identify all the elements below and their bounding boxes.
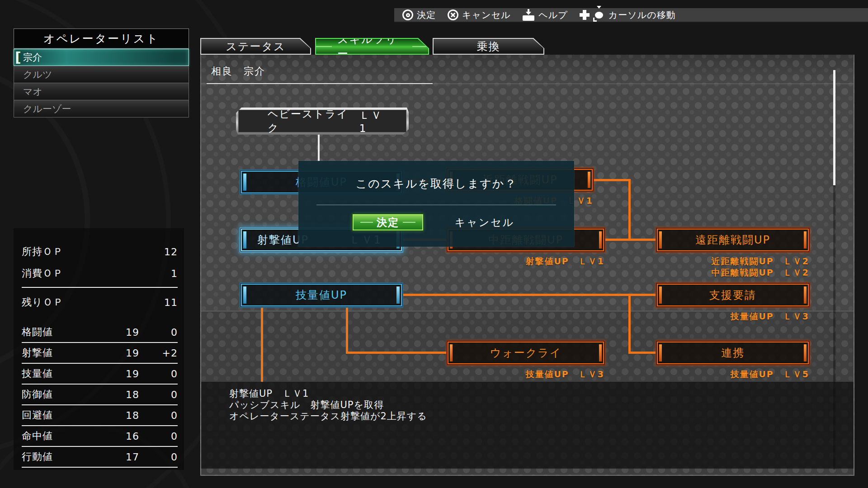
stat-bonus: 0 [139, 389, 178, 400]
op-label: 消費ＯＰ [22, 267, 63, 280]
cancel-button[interactable]: キャンセル [449, 214, 520, 230]
op-row-owned: 所持ＯＰ 12 [22, 241, 178, 263]
stat-label: 命中値 [22, 429, 108, 443]
stat-label: 防御値 [22, 388, 108, 401]
skill-node-label: 支援要請 [709, 288, 756, 302]
description-line: オペレーターステータス射撃値が2上昇する [229, 411, 844, 422]
stat-bonus: 0 [139, 431, 178, 442]
skill-node-cooperation[interactable]: 連携 技量値UP ＬＶ5 [656, 340, 810, 366]
selection-cursor: [ [15, 50, 21, 65]
op-separator [22, 287, 178, 288]
connector [605, 239, 656, 241]
stat-row-evasion: 回避値 18 0 [22, 405, 178, 426]
operator-full-name: 相良 宗介 [211, 65, 265, 78]
stat-bonus: 0 [139, 368, 178, 380]
hint-confirm: 決定 [402, 9, 436, 21]
stat-value: 19 [108, 327, 139, 338]
cross-button-icon [448, 9, 458, 20]
stat-value: 17 [108, 451, 139, 463]
skill-node-heavy-strike[interactable]: ヘビーストライク ＬＶ1 [236, 108, 409, 135]
stat-value: 16 [108, 431, 139, 442]
operator-name-label: クルーゾー [23, 103, 71, 115]
connector [628, 294, 631, 353]
stat-label: 回避値 [22, 408, 108, 422]
op-value: 12 [164, 246, 178, 258]
connector [346, 352, 446, 354]
stat-rows: 格闘値 19 0 射撃値 19 +2 技量値 19 0 防御値 18 0 回避値… [22, 322, 178, 468]
touchpad-down-icon [522, 9, 535, 21]
operator-list: オペレーターリスト [ 宗介 クルツ マオ クルーゾー [14, 28, 189, 117]
divider-highlight [207, 83, 433, 84]
op-value: 11 [164, 297, 178, 308]
skill-node-label: 遠距離戦闘UP [695, 233, 770, 247]
stat-row-skill: 技量値 19 0 [22, 364, 178, 385]
hint-confirm-label: 決定 [417, 9, 436, 21]
skill-node-label: ウォークライ [490, 346, 562, 360]
op-row-remaining: 残りＯＰ 11 [22, 291, 178, 313]
stat-label: 射撃値 [22, 346, 108, 360]
stat-bonus: 0 [139, 410, 178, 421]
operator-name-label: マオ [23, 85, 42, 98]
confirm-dialog: このスキルを取得しますか？ 決定 キャンセル [298, 161, 574, 247]
circle-button-icon [402, 9, 413, 20]
page: { "top_bar": { "hints": [ { "icon": "cir… [0, 0, 868, 488]
scrollbar-thumb[interactable] [833, 70, 835, 185]
hint-help-label: ヘルプ [538, 9, 567, 21]
skill-node-war-cry[interactable]: ウォークライ 技量値UP ＬＶ3 [446, 340, 605, 366]
connector [403, 294, 656, 296]
skill-node-requirement: 技量値UP ＬＶ5 [730, 369, 809, 380]
operator-list-title: オペレーターリスト [14, 28, 189, 49]
skill-node-requirement: 射撃値UP ＬＶ1 [525, 256, 604, 267]
stat-value: 19 [108, 347, 139, 359]
skill-node-level: ＬＶ1 [359, 108, 391, 134]
tab-transfer[interactable]: 乗換 [433, 38, 544, 55]
stat-bonus: 0 [139, 451, 178, 463]
skill-node-requirement: 技量値UP ＬＶ3 [730, 311, 809, 322]
skill-node-requirement: 近距離戦闘UP ＬＶ2 中距離戦闘UP ＬＶ2 [711, 256, 809, 278]
controller-hint-bar: 決定 キャンセル ヘルプ カーソルの移動 [394, 8, 868, 23]
stat-value: 19 [108, 368, 139, 380]
skill-node-label: 技量値UP [296, 288, 347, 302]
description-line: 射撃値UP ＬＶ1 [229, 388, 844, 399]
operator-row-clouseau[interactable]: クルーゾー [14, 100, 189, 117]
tab-label: 乗換 [477, 39, 500, 54]
connector [594, 179, 629, 181]
stat-label: 技量値 [22, 367, 108, 380]
skill-node-support-request[interactable]: 支援要請 技量値UP ＬＶ3 [656, 282, 810, 308]
op-label: 所持ＯＰ [22, 245, 63, 258]
connector [261, 308, 263, 382]
hint-help: ヘルプ [522, 9, 567, 21]
tab-status[interactable]: ステータス [200, 38, 311, 55]
stat-bonus: 0 [139, 327, 178, 338]
confirm-button-label: 決定 [377, 216, 399, 230]
operator-row-sousuke[interactable]: [ 宗介 [14, 49, 189, 66]
cancel-button-label: キャンセル [455, 216, 515, 230]
stat-row-accuracy: 命中値 16 0 [22, 426, 178, 447]
stat-row-melee: 格闘値 19 0 [22, 322, 178, 343]
stat-row-defense: 防御値 18 0 [22, 385, 178, 405]
operator-name-label: 宗介 [23, 51, 42, 64]
operator-row-mao[interactable]: マオ [14, 83, 189, 100]
operator-row-kurz[interactable]: クルツ [14, 66, 189, 83]
skill-node-skill-up[interactable]: 技量値UP [240, 282, 403, 308]
stats-panel: 所持ＯＰ 12 消費ＯＰ 1 残りＯＰ 11 格闘値 19 0 射撃値 19 +… [14, 228, 184, 470]
connector [346, 308, 348, 353]
hint-cursor-move-label: カーソルの移動 [609, 9, 676, 21]
connector [628, 179, 631, 241]
skill-tree-panel: 相良 宗介 ヘビーストライク ＬＶ1 格闘値UP 近距離戦闘UP 格闘値UP Ｌ… [200, 55, 854, 476]
tab-skill-tree[interactable]: スキルツリー [315, 38, 429, 55]
op-row-cost: 消費ＯＰ 1 [22, 263, 178, 284]
confirm-button[interactable]: 決定 [353, 214, 423, 230]
decor-line [316, 46, 332, 47]
hint-cursor-move: カーソルの移動 [580, 9, 676, 21]
skill-node-long-combat-up[interactable]: 遠距離戦闘UP 近距離戦闘UP ＬＶ2 中距離戦闘UP ＬＶ2 [656, 227, 810, 253]
hint-cancel: キャンセル [448, 9, 510, 21]
connector [318, 134, 320, 162]
connector [628, 352, 656, 354]
stat-value: 18 [108, 410, 139, 421]
stat-label: 格闘値 [22, 325, 108, 339]
skill-node-requirement: 技量値UP ＬＶ3 [525, 369, 604, 380]
stat-label: 行動値 [22, 450, 108, 464]
dpad-icon [580, 10, 590, 20]
stat-row-shooting: 射撃値 19 +2 [22, 343, 178, 364]
